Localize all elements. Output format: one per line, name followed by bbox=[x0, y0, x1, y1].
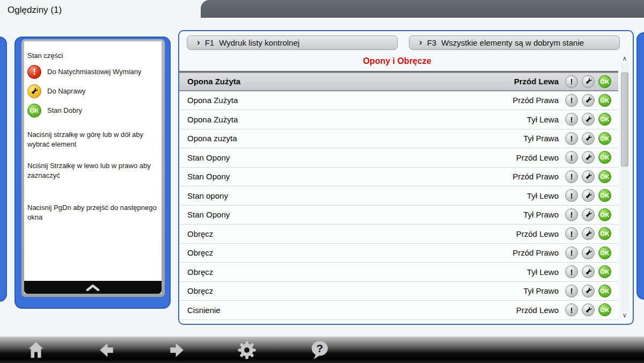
row-status-icons: ! OK bbox=[565, 113, 611, 126]
checklist-row[interactable]: Opona Zużyta Przód Lewa ! OK bbox=[179, 72, 618, 91]
bottom-toolbar: ? bbox=[0, 336, 644, 363]
ok-icon[interactable]: OK bbox=[598, 227, 611, 240]
forward-arrow-icon[interactable] bbox=[167, 340, 187, 360]
danger-icon[interactable]: ! bbox=[565, 151, 578, 164]
instructions-panel: Stan części ! Do Natychmiastowej Wymiany… bbox=[14, 37, 171, 309]
ok-icon: OK bbox=[27, 104, 41, 118]
wrench-icon[interactable] bbox=[582, 208, 595, 221]
checklist-row[interactable]: Opona Zużyta Tył Lewa ! OK bbox=[179, 110, 618, 129]
ok-icon[interactable]: OK bbox=[598, 208, 611, 221]
ok-icon[interactable]: OK bbox=[598, 285, 611, 297]
scroll-up-arrow-icon[interactable]: ∧ bbox=[619, 55, 631, 63]
instructions-panel-bezel: Stan części ! Do Natychmiastowej Wymiany… bbox=[21, 39, 165, 297]
back-arrow-icon[interactable] bbox=[96, 340, 116, 360]
checklist-row[interactable]: Stan Opony Tył Prawo ! OK bbox=[179, 206, 618, 225]
row-status-icons: ! OK bbox=[565, 75, 611, 88]
ok-icon[interactable]: OK bbox=[598, 246, 611, 259]
top-header-strip bbox=[201, 0, 644, 18]
home-icon[interactable] bbox=[26, 340, 46, 360]
wrench-icon[interactable] bbox=[582, 227, 595, 240]
wrench-icon[interactable] bbox=[582, 94, 595, 107]
ok-icon[interactable]: OK bbox=[598, 170, 611, 183]
section-title: Opony i Obręcze bbox=[179, 56, 615, 66]
f1-print-checklist-button[interactable]: › F1 Wydruk listy kontrolnej bbox=[187, 35, 398, 50]
checklist-row[interactable]: Obręcz Przód Prawo ! OK bbox=[179, 244, 618, 263]
tab-ogledziny[interactable]: Oględziny (1) bbox=[8, 5, 62, 16]
legend-item-danger: ! Do Natychmiastowej Wymiany bbox=[27, 64, 162, 79]
ok-icon[interactable]: OK bbox=[598, 189, 611, 202]
ok-icon[interactable]: OK bbox=[598, 94, 611, 107]
row-item-name: Stan Opony bbox=[187, 172, 513, 181]
row-item-name: Obręcz bbox=[187, 229, 516, 238]
danger-icon[interactable]: ! bbox=[565, 208, 578, 221]
danger-icon[interactable]: ! bbox=[565, 265, 578, 278]
checklist-row[interactable]: Stan Opony Przód Lewo ! OK bbox=[179, 148, 618, 168]
danger-icon: ! bbox=[27, 65, 41, 79]
checklist-row[interactable]: Opona zuzyta Tył Prawa ! OK bbox=[179, 129, 618, 149]
wrench-icon[interactable] bbox=[582, 75, 595, 88]
ok-icon[interactable]: OK bbox=[598, 303, 611, 316]
wrench-icon[interactable] bbox=[582, 246, 595, 259]
ok-icon[interactable]: OK bbox=[598, 75, 611, 88]
danger-icon[interactable]: ! bbox=[565, 170, 578, 183]
ok-icon[interactable]: OK bbox=[598, 265, 611, 278]
f3-key-label: F3 bbox=[427, 38, 437, 47]
wrench-icon[interactable] bbox=[582, 170, 595, 183]
row-item-name: Stan Opony bbox=[187, 210, 523, 219]
danger-icon[interactable]: ! bbox=[565, 113, 578, 126]
scroll-down-arrow-icon[interactable]: ∨ bbox=[619, 311, 631, 320]
wrench-icon[interactable] bbox=[582, 265, 595, 278]
checklist-row[interactable]: Stan Opony Przód Prawo ! OK bbox=[179, 168, 618, 187]
danger-icon[interactable]: ! bbox=[565, 75, 578, 88]
row-item-name: Cisnienie bbox=[187, 306, 516, 315]
danger-icon[interactable]: ! bbox=[565, 303, 578, 316]
f3-label: Wszystkie elementy są w dobrym stanie bbox=[441, 38, 584, 47]
danger-icon[interactable]: ! bbox=[565, 246, 578, 259]
checklist-row[interactable]: Stan opony Tył Lewo ! OK bbox=[179, 186, 618, 206]
scrollbar: ∧ ∨ bbox=[619, 55, 631, 320]
row-position: Tył Prawa bbox=[523, 134, 559, 143]
row-position: Tył Lewo bbox=[527, 191, 559, 200]
help-icon[interactable]: ? bbox=[309, 340, 330, 360]
checklist-row[interactable]: Cisnienie Przód Lewo ! OK bbox=[179, 301, 618, 320]
instruction-mark: Nciśnij Strzałkę w lewo lub w prawo aby … bbox=[27, 161, 157, 180]
row-item-name: Obręcz bbox=[187, 248, 513, 257]
scrollbar-thumb[interactable] bbox=[621, 72, 628, 166]
row-status-icons: ! OK bbox=[565, 227, 611, 240]
f3-all-ok-button[interactable]: › F3 Wszystkie elementy są w dobrym stan… bbox=[409, 35, 620, 50]
row-position: Tył Lewo bbox=[527, 267, 559, 277]
wrench-icon[interactable] bbox=[582, 113, 595, 126]
danger-icon[interactable]: ! bbox=[565, 132, 578, 145]
wrench-icon[interactable] bbox=[582, 189, 595, 202]
wrench-icon[interactable] bbox=[582, 132, 595, 145]
row-status-icons: ! OK bbox=[565, 208, 611, 221]
row-status-icons: ! OK bbox=[565, 132, 611, 145]
checklist-row[interactable]: Obręcz Tył Prawo ! OK bbox=[179, 282, 618, 301]
wrench-icon[interactable] bbox=[582, 285, 595, 297]
danger-icon[interactable]: ! bbox=[565, 227, 578, 240]
wrench-icon[interactable] bbox=[582, 151, 595, 164]
checklist-row[interactable]: Obręcz Tył Lewo ! OK bbox=[179, 263, 618, 282]
danger-icon[interactable]: ! bbox=[565, 285, 578, 297]
row-position: Przód Lewo bbox=[516, 229, 559, 238]
settings-gear-icon[interactable] bbox=[237, 340, 257, 360]
row-status-icons: ! OK bbox=[565, 189, 611, 202]
row-item-name: Stan Opony bbox=[187, 153, 516, 162]
wrench-icon[interactable] bbox=[582, 303, 595, 316]
danger-icon[interactable]: ! bbox=[565, 94, 578, 107]
row-item-name: Opona Zużyta bbox=[187, 115, 527, 124]
ok-icon[interactable]: OK bbox=[598, 132, 611, 145]
ok-icon[interactable]: OK bbox=[598, 151, 611, 164]
row-position: Przód Prawa bbox=[513, 96, 559, 105]
ok-icon[interactable]: OK bbox=[598, 113, 611, 126]
legend-item-ok: OK Stan Dobry bbox=[27, 103, 162, 118]
row-status-icons: ! OK bbox=[565, 265, 611, 278]
f1-key-label: F1 bbox=[205, 38, 215, 47]
legend-label: Do Natychmiastowej Wymiany bbox=[47, 68, 141, 76]
danger-icon[interactable]: ! bbox=[565, 189, 578, 202]
instructions-panel-screen: Stan części ! Do Natychmiastowej Wymiany… bbox=[24, 41, 162, 294]
panel-collapse-bar[interactable] bbox=[24, 281, 162, 294]
row-position: Przód Lewo bbox=[516, 153, 559, 162]
checklist-row[interactable]: Opona Zużyta Przód Prawa ! OK bbox=[179, 91, 618, 111]
checklist-row[interactable]: Obręcz Przód Lewo ! OK bbox=[179, 224, 618, 244]
